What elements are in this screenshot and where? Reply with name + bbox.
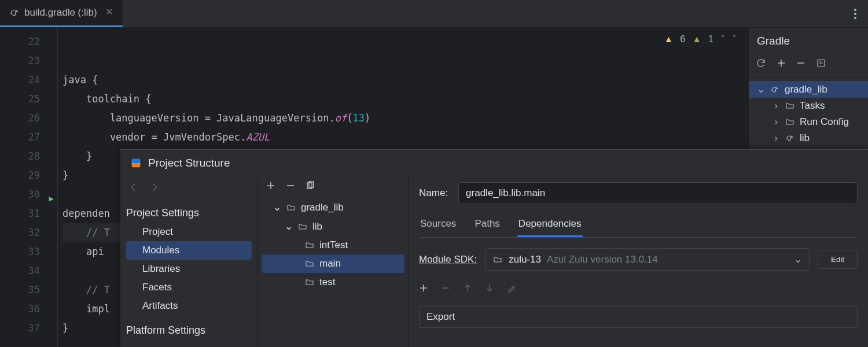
sidebar-item-artifacts[interactable]: Artifacts [126,297,252,315]
dialog-sidebar: Project Settings Project Modules Librari… [120,176,258,347]
run-gutter-icon[interactable]: ▶ [49,189,54,208]
chevron-right-icon[interactable]: › [772,116,780,128]
project-structure-dialog: Project Structure Project Settings Proje… [120,149,868,347]
copy-icon[interactable] [306,181,315,193]
edit-sdk-button[interactable]: Edit [818,250,858,269]
chevron-down-icon[interactable]: ˅ [732,34,737,45]
module-sdk-label: Module SDK: [419,254,477,265]
folder-icon [492,254,503,265]
intellij-icon [131,158,141,168]
module-folder-icon [304,277,315,287]
gradle-tasks-node[interactable]: › Tasks [749,98,868,114]
module-name-input[interactable] [458,182,858,204]
sidebar-item-libraries[interactable]: Libraries [126,260,252,278]
dependency-table-header: Export [419,306,858,328]
module-root[interactable]: ⌄ gradle_lib [262,198,404,217]
svg-rect-2 [132,159,141,163]
gradle-project-root[interactable]: ⌄ gradle_lib [749,81,868,98]
section-header: Project Settings [126,204,252,223]
name-label: Name: [419,187,448,199]
gradle-title: Gradle [749,28,868,54]
folder-icon [785,117,795,127]
module-details-panel: Name: Sources Paths Dependencies Module … [409,176,868,347]
line-number-gutter: 222324 252627 282930 313233 343536 37 ▶ [0,28,58,347]
chevron-down-icon[interactable]: ⌄ [757,83,765,95]
move-up-icon [463,283,472,296]
chevron-right-icon[interactable]: › [772,132,780,144]
chevron-down-icon[interactable]: ⌄ [273,201,281,213]
add-icon[interactable] [266,181,275,193]
dialog-title: Project Structure [148,157,230,169]
module-folder-icon [286,202,296,213]
module-leaf-main[interactable]: main [262,254,404,273]
module-folder-icon [297,222,308,232]
inspections-widget[interactable]: ▲ 6 ▲ 1 ˄ ˅ [664,34,737,45]
sidebar-item-modules[interactable]: Modules [126,241,252,260]
remove-icon[interactable] [796,58,806,71]
gradle-lib-node[interactable]: › lib [749,130,868,146]
warning-icon: ▲ [692,34,701,45]
sidebar-item-facets[interactable]: Facets [126,278,252,297]
chevron-down-icon: ⌄ [794,253,802,265]
chevron-right-icon[interactable]: › [772,100,780,112]
warning-minor-count: 1 [708,34,713,45]
refresh-icon[interactable] [756,58,766,71]
module-sdk-combo[interactable]: zulu-13 Azul Zulu version 13.0.14 ⌄ [485,248,810,271]
chevron-up-icon[interactable]: ˄ [720,34,725,45]
warning-icon: ▲ [664,34,674,45]
section-header: Platform Settings [126,321,252,340]
add-icon[interactable] [419,283,428,296]
warning-major-count: 6 [680,34,685,45]
gradle-tree: ⌄ gradle_lib › Tasks › Run Config › lib [749,77,868,146]
elephant-icon [770,84,780,95]
close-icon[interactable] [105,7,113,19]
tab-dependencies[interactable]: Dependencies [517,215,583,237]
elephant-icon [9,8,20,18]
dependency-toolbar [419,281,858,296]
kebab-menu-icon[interactable] [854,9,856,19]
tab-label: build.gradle (:lib) [24,7,97,19]
elephant-icon [785,133,795,143]
remove-icon [441,283,450,296]
nav-forward-icon[interactable] [149,182,160,195]
remove-icon[interactable] [286,181,295,193]
module-tabs: Sources Paths Dependencies [419,215,858,238]
folder-icon [785,101,795,111]
module-folder-icon [304,240,315,250]
editor-tab-bar: build.gradle (:lib) [0,0,868,28]
settings-icon[interactable] [816,58,826,71]
editor-tab-build-gradle[interactable]: build.gradle (:lib) [0,0,123,27]
add-icon[interactable] [777,58,786,71]
module-folder-icon [304,259,315,269]
nav-back-icon[interactable] [128,182,139,195]
module-lib[interactable]: ⌄ lib [262,217,404,236]
move-down-icon [485,283,494,296]
module-leaf-inttest[interactable]: intTest [262,236,404,254]
edit-icon [507,283,516,296]
tab-paths[interactable]: Paths [473,215,501,237]
sidebar-item-project[interactable]: Project [126,223,252,241]
module-tree-panel: ⌄ gradle_lib ⌄ lib intTest main test [258,176,409,347]
module-leaf-test[interactable]: test [262,273,404,291]
gradle-run-config-node[interactable]: › Run Config [749,114,868,130]
chevron-down-icon[interactable]: ⌄ [285,220,293,232]
tab-sources[interactable]: Sources [419,215,457,237]
